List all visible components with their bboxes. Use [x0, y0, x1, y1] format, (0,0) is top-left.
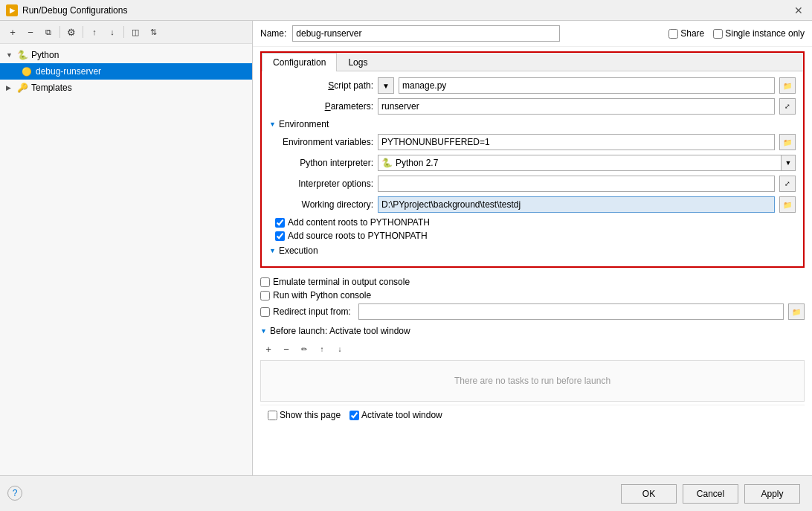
add-content-roots-checkbox[interactable]: [275, 218, 285, 228]
single-instance-checkbox[interactable]: [713, 29, 723, 39]
config-tree: ▼ 🐍 Python 🟡 debug-runserver ▶ 🔑 Templat…: [0, 44, 252, 475]
separator-1: [59, 26, 60, 38]
emulate-terminal-checkbox[interactable]: [260, 277, 270, 287]
tab-configuration[interactable]: Configuration: [262, 53, 337, 71]
script-path-dropdown-btn[interactable]: ▼: [378, 77, 394, 94]
single-instance-checkbox-label[interactable]: Single instance only: [713, 28, 805, 39]
folder-button[interactable]: ◫: [127, 24, 144, 40]
env-variables-browse-btn[interactable]: 📁: [779, 134, 796, 150]
left-panel: + − ⧉ ⚙ ↑ ↓ ◫ ⇅ ▼ 🐍 Python 🟡 debug-runse…: [0, 21, 253, 475]
launch-remove-btn[interactable]: −: [278, 341, 294, 357]
python-interpreter-select[interactable]: 🐍 Python 2.7: [378, 155, 781, 171]
script-path-label: Script path:: [269, 80, 373, 91]
interpreter-options-label: Interpreter options:: [269, 179, 373, 189]
execution-toggle[interactable]: ▼: [269, 247, 276, 254]
share-label: Share: [680, 28, 704, 39]
app-icon: ▶: [6, 4, 18, 16]
env-variables-label: Environment variables:: [269, 137, 373, 147]
script-path-row: Script path: ▼ 📁: [269, 77, 796, 94]
interpreter-options-expand-btn[interactable]: ⤢: [779, 176, 796, 192]
close-button[interactable]: ✕: [791, 4, 806, 16]
redirect-input-label[interactable]: Redirect input from:: [273, 306, 351, 317]
working-directory-input[interactable]: [378, 196, 775, 213]
before-launch-toggle[interactable]: ▼: [260, 327, 267, 335]
parameters-expand-btn[interactable]: ⤢: [779, 98, 796, 115]
parameters-input[interactable]: [378, 98, 775, 115]
working-directory-browse-btn[interactable]: 📁: [779, 196, 796, 213]
interpreter-options-input[interactable]: [378, 176, 775, 192]
share-checkbox-label[interactable]: Share: [668, 28, 704, 39]
dialog-body: + − ⧉ ⚙ ↑ ↓ ◫ ⇅ ▼ 🐍 Python 🟡 debug-runse…: [0, 21, 812, 475]
move-down-button[interactable]: ↓: [104, 24, 120, 40]
settings-button[interactable]: ⚙: [63, 24, 80, 40]
working-directory-row: Working directory: 📁: [269, 196, 796, 213]
name-input[interactable]: [292, 25, 560, 42]
activate-window-checkbox-label[interactable]: Activate tool window: [349, 410, 442, 420]
show-page-checkbox-label[interactable]: Show this page: [268, 410, 341, 420]
add-source-roots-row: Add source roots to PYTHONPATH: [269, 231, 796, 241]
remove-config-button[interactable]: −: [22, 24, 39, 40]
emulate-terminal-row: Emulate terminal in output console: [260, 277, 805, 287]
before-launch-header: ▼ Before launch: Activate tool window: [260, 326, 805, 336]
header-checkboxes: Share Single instance only: [668, 28, 805, 39]
working-directory-label: Working directory:: [269, 199, 373, 210]
debug-runserver-icon: 🟡: [21, 65, 33, 77]
execution-title: Execution: [279, 245, 318, 256]
add-source-roots-label[interactable]: Add source roots to PYTHONPATH: [288, 231, 428, 241]
launch-add-btn[interactable]: +: [260, 341, 277, 357]
before-launch-section: ▼ Before launch: Activate tool window + …: [260, 326, 805, 402]
run-python-console-checkbox[interactable]: [260, 291, 270, 301]
redirect-browse-btn[interactable]: 📁: [788, 303, 805, 320]
activate-window-label: Activate tool window: [361, 410, 442, 420]
apply-button[interactable]: Apply: [744, 484, 800, 504]
launch-up-btn[interactable]: ↑: [314, 341, 330, 357]
config-form: Script path: ▼ 📁 Parameters: ⤢ ▼ Environ…: [262, 71, 803, 266]
expand-python-icon: ▼: [6, 51, 13, 59]
add-config-button[interactable]: +: [4, 24, 21, 40]
redirect-input-row: Redirect input from: 📁: [260, 303, 805, 320]
add-content-roots-row: Add content roots to PYTHONPATH: [269, 217, 796, 228]
copy-config-button[interactable]: ⧉: [40, 24, 57, 40]
interpreter-options-row: Interpreter options: ⤢: [269, 176, 796, 192]
tree-templates[interactable]: ▶ 🔑 Templates: [0, 80, 252, 96]
ok-button[interactable]: OK: [621, 484, 677, 504]
sort-button[interactable]: ⇅: [145, 24, 161, 40]
show-page-label: Show this page: [280, 410, 341, 420]
show-page-checkbox[interactable]: [268, 411, 277, 420]
add-source-roots-checkbox[interactable]: [275, 231, 285, 241]
environment-title: Environment: [279, 119, 329, 129]
name-label: Name:: [260, 28, 286, 39]
run-python-console-row: Run with Python console: [260, 290, 805, 301]
redirect-input-field[interactable]: [358, 303, 784, 320]
activate-window-checkbox[interactable]: [349, 411, 359, 420]
interpreter-dropdown-btn[interactable]: ▼: [781, 155, 796, 171]
environment-toggle[interactable]: ▼: [269, 120, 276, 128]
launch-down-btn[interactable]: ↓: [332, 341, 348, 357]
python-interpreter-value: Python 2.7: [396, 158, 438, 168]
help-button[interactable]: ?: [7, 486, 22, 501]
move-up-button[interactable]: ↑: [86, 24, 103, 40]
run-python-console-label[interactable]: Run with Python console: [273, 290, 371, 301]
parameters-label: Parameters:: [269, 101, 373, 112]
script-path-input[interactable]: [399, 77, 775, 94]
single-instance-label: Single instance only: [725, 28, 805, 39]
templates-label: Templates: [31, 83, 72, 93]
separator-3: [123, 26, 124, 38]
python-interpreter-row: Python interpreter: 🐍 Python 2.7 ▼: [269, 155, 796, 171]
cancel-button[interactable]: Cancel: [683, 484, 738, 504]
tree-python-group[interactable]: ▼ 🐍 Python: [0, 47, 252, 63]
launch-edit-btn[interactable]: ✏: [296, 341, 312, 357]
separator-2: [83, 26, 83, 38]
launch-empty-message: There are no tasks to run before launch: [454, 376, 610, 386]
add-content-roots-label[interactable]: Add content roots to PYTHONPATH: [288, 217, 430, 228]
script-path-browse-btn[interactable]: 📁: [779, 77, 796, 94]
tab-logs[interactable]: Logs: [337, 53, 378, 71]
config-tabs: Configuration Logs: [262, 53, 803, 71]
emulate-terminal-label[interactable]: Emulate terminal in output console: [273, 277, 410, 287]
parameters-row: Parameters: ⤢: [269, 98, 796, 115]
redirect-input-checkbox[interactable]: [260, 307, 270, 317]
tree-debug-runserver[interactable]: 🟡 debug-runserver: [0, 63, 252, 80]
env-variables-input[interactable]: [378, 134, 775, 150]
title-bar: ▶ Run/Debug Configurations ✕: [0, 0, 812, 21]
share-checkbox[interactable]: [668, 29, 678, 39]
